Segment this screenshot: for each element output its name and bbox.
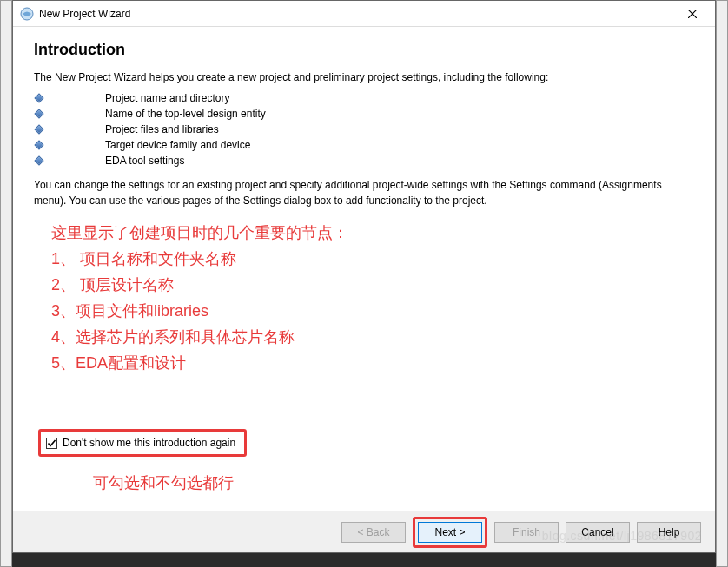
intro-paragraph: The New Project Wizard helps you create …	[34, 69, 694, 85]
outro-paragraph: You can change the settings for an exist…	[34, 177, 694, 208]
bullet-list: Project name and directory Name of the t…	[34, 90, 694, 168]
bullet-text: Name of the top-level design entity	[105, 108, 266, 120]
close-button[interactable]	[673, 2, 711, 26]
help-button[interactable]: Help	[637, 522, 701, 543]
next-highlight-box: Next >	[413, 517, 487, 548]
bullet-text: Project files and libraries	[105, 123, 219, 135]
annotation-line: 1、 项目名称和文件夹名称	[51, 246, 348, 272]
finish-button[interactable]: Finish	[494, 522, 559, 543]
diamond-icon	[34, 109, 43, 118]
dont-show-again-group: Don't show me this introduction again	[38, 429, 247, 457]
bullet-text: EDA tool settings	[105, 155, 184, 167]
window-title: New Project Wizard	[39, 8, 673, 20]
annotation-title: 这里显示了创建项目时的几个重要的节点：	[51, 220, 348, 246]
content-area: Introduction The New Project Wizard help…	[13, 27, 715, 511]
diamond-icon	[34, 140, 43, 149]
annotation-line: 2、 顶层设计名称	[51, 272, 348, 298]
cancel-button[interactable]: Cancel	[566, 522, 630, 543]
check-icon	[47, 438, 56, 448]
annotation-overlay: 这里显示了创建项目时的几个重要的节点： 1、 项目名称和文件夹名称 2、 顶层设…	[51, 220, 348, 376]
annotation-line: 3、项目文件和libraries	[51, 298, 348, 324]
bullet-item: Project name and directory	[34, 90, 694, 106]
bullet-item: EDA tool settings	[34, 153, 694, 168]
diamond-icon	[34, 93, 43, 102]
bullet-text: Project name and directory	[105, 92, 229, 104]
titlebar: New Project Wizard	[13, 1, 715, 27]
next-button[interactable]: Next >	[418, 522, 482, 543]
bullet-text: Target device family and device	[105, 139, 250, 151]
wizard-window: New Project Wizard Introduction The New …	[12, 0, 716, 553]
annotation-line: 4、选择芯片的系列和具体芯片名称	[51, 324, 348, 350]
page-heading: Introduction	[34, 41, 694, 59]
annotation-line: 5、EDA配置和设计	[51, 350, 348, 376]
back-button[interactable]: < Back	[341, 522, 406, 543]
dont-show-again-label: Don't show me this introduction again	[63, 437, 235, 449]
app-icon	[20, 7, 34, 21]
bullet-item: Project files and libraries	[34, 122, 694, 137]
close-icon	[688, 10, 697, 18]
dont-show-again-checkbox[interactable]	[46, 438, 57, 449]
diamond-icon	[34, 124, 43, 134]
diamond-icon	[34, 155, 43, 165]
bullet-item: Target device family and device	[34, 137, 694, 153]
wizard-footer: < Back Next > Finish Cancel Help	[13, 511, 715, 552]
checkbox-annotation: 可勾选和不勾选都行	[93, 472, 234, 493]
bullet-item: Name of the top-level design entity	[34, 106, 694, 122]
